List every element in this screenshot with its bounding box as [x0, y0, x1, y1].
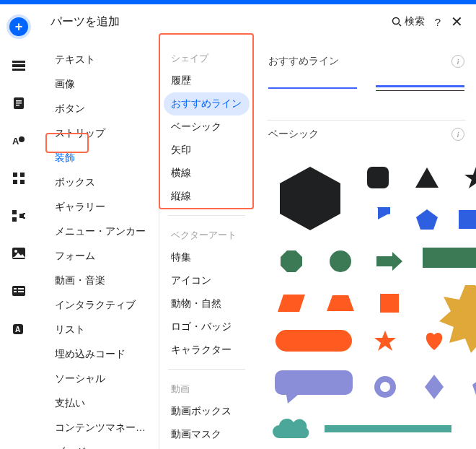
media-icon[interactable]: [11, 245, 27, 261]
shape-pill[interactable]: [267, 320, 361, 362]
svg-rect-1: [12, 64, 25, 67]
svg-rect-13: [12, 217, 17, 222]
category-item[interactable]: ブログ: [48, 440, 153, 449]
shape-pentagon[interactable]: [402, 199, 451, 240]
info-icon[interactable]: i: [451, 55, 464, 68]
category-item[interactable]: ソーシャル: [48, 367, 153, 391]
subcategory-item[interactable]: 横線: [164, 162, 250, 185]
svg-text:A: A: [12, 136, 19, 147]
svg-rect-42: [380, 294, 399, 313]
category-item[interactable]: ストリップ: [48, 121, 153, 146]
svg-rect-29: [367, 167, 389, 188]
shape-hexagon[interactable]: [267, 157, 353, 240]
svg-marker-31: [464, 167, 476, 188]
data-icon[interactable]: [11, 283, 27, 299]
subcategory-item[interactable]: 履歴: [164, 69, 250, 92]
category-list: テキスト画像ボタンストリップ装飾ボックスギャラリーメニュー・アンカーフォーム動画…: [43, 39, 157, 449]
subcategory-item[interactable]: 動画ボックス: [164, 400, 250, 423]
shape-speech-rect[interactable]: [414, 240, 476, 282]
category-item[interactable]: 装飾: [48, 146, 153, 170]
subcategory-item[interactable]: 特集: [164, 246, 250, 269]
subcategory-item[interactable]: ベーシック: [164, 115, 250, 139]
category-item[interactable]: ギャラリー: [48, 195, 153, 219]
category-item[interactable]: テキスト: [48, 48, 153, 72]
shape-speech-bubble[interactable]: [267, 366, 361, 408]
svg-rect-23: [18, 291, 24, 292]
svg-rect-34: [459, 210, 476, 229]
category-item[interactable]: ボックス: [48, 170, 153, 195]
svg-rect-6: [16, 105, 19, 106]
section-icon[interactable]: [11, 58, 27, 74]
help-icon[interactable]: ?: [435, 16, 441, 28]
apps-icon[interactable]: [11, 170, 27, 186]
line-sample-1[interactable]: [268, 81, 357, 95]
plugins-icon[interactable]: [11, 208, 27, 224]
search-button[interactable]: 検索: [392, 15, 425, 28]
svg-text:A: A: [15, 326, 20, 334]
subcategory-item[interactable]: キャラクター: [164, 339, 250, 362]
shape-rounded-square[interactable]: [353, 157, 402, 199]
shape-diamond[interactable]: [410, 366, 459, 408]
line-sample-2[interactable]: [376, 81, 464, 95]
subcategory-item[interactable]: 縦線: [164, 185, 250, 208]
divider: [168, 369, 245, 370]
shape-cloud[interactable]: [267, 408, 316, 449]
svg-rect-8: [13, 173, 17, 177]
subcategory-item[interactable]: 透過動画: [164, 446, 250, 449]
info-icon[interactable]: i: [451, 128, 464, 141]
svg-marker-33: [416, 209, 438, 230]
subcategory-item[interactable]: 動物・自然: [164, 292, 250, 315]
category-item[interactable]: 支払い: [48, 391, 153, 416]
svg-marker-28: [280, 167, 340, 230]
subgroup-title: ベクターアート: [164, 223, 250, 246]
svg-marker-50: [425, 375, 444, 399]
category-item[interactable]: インタラクティブ: [48, 293, 153, 318]
subcategory-item[interactable]: おすすめライン: [164, 92, 250, 115]
subcategory-item[interactable]: ロゴ・バッジ: [164, 315, 250, 339]
svg-rect-21: [18, 288, 24, 289]
category-item[interactable]: メニュー・アンカー: [48, 219, 153, 244]
theme-icon[interactable]: A: [11, 133, 27, 149]
category-item[interactable]: コンテンツマネージ...: [48, 416, 153, 440]
svg-marker-45: [374, 331, 396, 351]
svg-marker-47: [286, 395, 298, 404]
svg-marker-51: [472, 377, 476, 397]
svg-rect-44: [276, 330, 352, 352]
svg-rect-46: [275, 370, 353, 395]
category-item[interactable]: リスト: [48, 318, 153, 342]
category-item[interactable]: フォーム: [48, 244, 153, 269]
search-icon: [392, 17, 402, 27]
shape-heart[interactable]: [410, 320, 459, 362]
subcategory-item[interactable]: 動画マスク: [164, 423, 250, 446]
shape-ring[interactable]: [361, 366, 410, 408]
add-icon[interactable]: +: [9, 17, 28, 36]
svg-rect-4: [16, 100, 22, 102]
svg-rect-9: [20, 173, 25, 177]
shape-octagon[interactable]: [267, 240, 316, 282]
category-item[interactable]: 動画・音楽: [48, 269, 153, 293]
shape-star5[interactable]: [451, 157, 476, 199]
shape-pacman[interactable]: [353, 199, 402, 240]
shape-star-orange[interactable]: [361, 320, 410, 362]
category-item[interactable]: 埋め込みコード: [48, 342, 153, 367]
category-item[interactable]: 画像: [48, 72, 153, 97]
subcategory-item[interactable]: アイコン: [164, 269, 250, 292]
close-icon[interactable]: ✕: [451, 13, 463, 30]
shape-trapezoid[interactable]: [316, 282, 365, 324]
shape-parallelogram[interactable]: [267, 282, 316, 324]
shape-square[interactable]: [365, 282, 414, 324]
category-item[interactable]: ボタン: [48, 97, 153, 121]
shape-rectangle[interactable]: [451, 199, 476, 240]
translate-icon[interactable]: A: [11, 321, 27, 336]
shape-pentagon2[interactable]: [459, 366, 476, 408]
subcategory-item[interactable]: 矢印: [164, 139, 250, 162]
shape-triangle[interactable]: [402, 157, 451, 199]
shape-thin-bar[interactable]: [316, 408, 460, 449]
svg-rect-38: [423, 248, 476, 268]
svg-point-36: [330, 250, 351, 272]
shape-circle[interactable]: [316, 240, 365, 282]
subgroup-title: シェイプ: [164, 46, 250, 69]
subgroup-title: 動画: [164, 377, 250, 400]
shape-arrow-right[interactable]: [365, 240, 414, 282]
page-icon[interactable]: [11, 95, 27, 111]
